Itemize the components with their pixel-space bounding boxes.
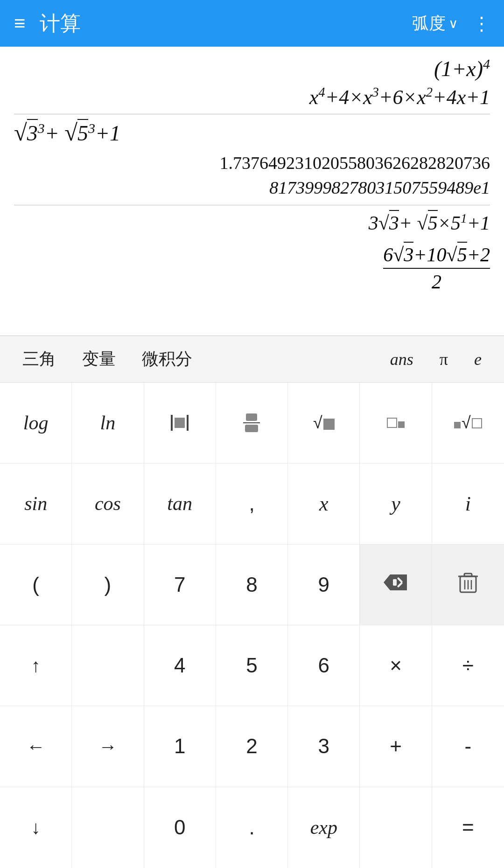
key-i[interactable]: i [432, 463, 504, 544]
result-line-1: 1.73764923102055803626282820736 [220, 153, 490, 173]
fraction-numerator: 6√3+10√5+2 [383, 242, 490, 269]
more-options-icon[interactable]: ⋮ [472, 14, 490, 33]
key-up[interactable]: ↑ [0, 625, 72, 706]
key-decimal[interactable]: . [216, 787, 288, 868]
key-multiply[interactable]: × [360, 625, 432, 706]
key-down[interactable]: ↓ [0, 787, 72, 868]
keypad-row-5: ← → 1 2 3 + - [0, 706, 504, 787]
key-ln[interactable]: ln [72, 383, 144, 463]
key-sqrt[interactable]: √ [288, 383, 360, 463]
toolbar-variable[interactable]: 变量 [69, 336, 129, 382]
pow-icon [387, 418, 405, 428]
key-8[interactable]: 8 [216, 545, 288, 625]
function-toolbar: 三角 变量 微积分 ans π e [0, 336, 504, 383]
toolbar-calculus[interactable]: 微积分 [129, 336, 205, 382]
key-6-label: 6 [318, 654, 329, 677]
menu-icon[interactable]: ≡ [14, 14, 26, 33]
fraction-result: 6√3+10√5+2 2 [14, 242, 490, 293]
key-lparen[interactable]: ( [0, 545, 72, 625]
expression-2: x4+4×x3+6×x2+4x+1 [309, 85, 490, 109]
backspace-icon [383, 573, 409, 596]
fraction-denominator: 2 [383, 271, 490, 293]
key-rparen[interactable]: ) [72, 545, 144, 625]
subtract-icon: - [465, 735, 472, 758]
key-comma-label: , [249, 492, 254, 515]
key-equals[interactable]: = [432, 787, 504, 868]
app-header: ≡ 计算 弧度 ∨ ⋮ [0, 0, 504, 47]
mode-label: 弧度 [412, 12, 446, 35]
frac-numerator-box [246, 413, 257, 421]
key-backspace[interactable] [360, 545, 432, 625]
expression-1: (1+x)4 [434, 56, 490, 81]
result-line-2: 81739998278031507559489e1 [269, 178, 490, 197]
key-5[interactable]: 5 [216, 625, 288, 706]
expression-4: 3√3+ √5×51+1 [369, 210, 490, 234]
up-arrow-icon: ↑ [31, 655, 41, 677]
key-nroot[interactable]: √ [432, 383, 504, 463]
divider-1 [14, 114, 490, 114]
key-9[interactable]: 9 [288, 545, 360, 625]
key-6[interactable]: 6 [288, 625, 360, 706]
key-4[interactable]: 4 [144, 625, 216, 706]
header-right: 弧度 ∨ ⋮ [412, 12, 490, 35]
key-i-label: i [465, 492, 471, 516]
page-title: 计算 [40, 10, 412, 37]
key-divide[interactable]: ÷ [432, 625, 504, 706]
key-trash[interactable] [432, 545, 504, 625]
key-7[interactable]: 7 [144, 545, 216, 625]
sqrt-icon: √ [313, 413, 335, 433]
key-cos[interactable]: cos [72, 463, 144, 544]
key-3-label: 3 [318, 735, 329, 758]
key-left[interactable]: ← [0, 706, 72, 786]
key-frac[interactable] [216, 383, 288, 463]
expression-row-1: (1+x)4 [14, 56, 490, 81]
toolbar-triangle[interactable]: 三角 [9, 336, 69, 382]
expression-row-3: √3 3+ √5 3+1 [14, 119, 490, 146]
mode-selector[interactable]: 弧度 ∨ [412, 12, 458, 35]
key-8-label: 8 [246, 573, 257, 596]
key-ln-label: ln [100, 412, 116, 434]
key-1[interactable]: 1 [144, 706, 216, 786]
key-log[interactable]: log [0, 383, 72, 463]
key-sin[interactable]: sin [0, 463, 72, 544]
key-rparen-label: ) [105, 573, 112, 596]
pow-exp [398, 421, 405, 428]
keypad-row-4: ↑ 4 5 6 × ÷ [0, 625, 504, 706]
expression-row-2: x4+4×x3+6×x2+4x+1 [14, 85, 490, 109]
key-abs[interactable] [144, 383, 216, 463]
key-add[interactable]: + [360, 706, 432, 786]
key-pow[interactable] [360, 383, 432, 463]
display-area: (1+x)4 x4+4×x3+6×x2+4x+1 √3 3+ √5 3+1 1.… [0, 47, 504, 336]
svg-rect-1 [393, 579, 397, 586]
chevron-down-icon: ∨ [448, 16, 458, 31]
key-comma[interactable]: , [216, 463, 288, 544]
key-5-label: 5 [246, 654, 257, 677]
trash-icon [458, 571, 478, 599]
key-right[interactable]: → [72, 706, 144, 786]
divider-2 [14, 205, 490, 205]
key-exp[interactable]: exp [288, 787, 360, 868]
key-x-label: x [319, 492, 329, 516]
key-3[interactable]: 3 [288, 706, 360, 786]
sqrt-5: √5 [64, 119, 88, 146]
keypad-row-3: ( ) 7 8 9 [0, 545, 504, 625]
abs-icon [171, 415, 189, 431]
frac-divider [243, 422, 260, 423]
key-tan[interactable]: tan [144, 463, 216, 544]
key-0[interactable]: 0 [144, 787, 216, 868]
key-2[interactable]: 2 [216, 706, 288, 786]
key-y[interactable]: y [360, 463, 432, 544]
key-9-label: 9 [318, 573, 329, 596]
key-exp-label: exp [310, 816, 337, 839]
toolbar-e[interactable]: e [461, 336, 495, 382]
key-subtract[interactable]: - [432, 706, 504, 786]
sqrt-3: √3 [14, 119, 38, 146]
key-empty-1 [72, 625, 144, 706]
divide-icon: ÷ [462, 654, 474, 677]
toolbar-ans[interactable]: ans [377, 336, 427, 382]
key-tan-label: tan [167, 492, 192, 515]
abs-inner [175, 418, 185, 428]
key-x[interactable]: x [288, 463, 360, 544]
keypad-row-1: log ln √ [0, 383, 504, 463]
toolbar-pi[interactable]: π [427, 336, 461, 382]
